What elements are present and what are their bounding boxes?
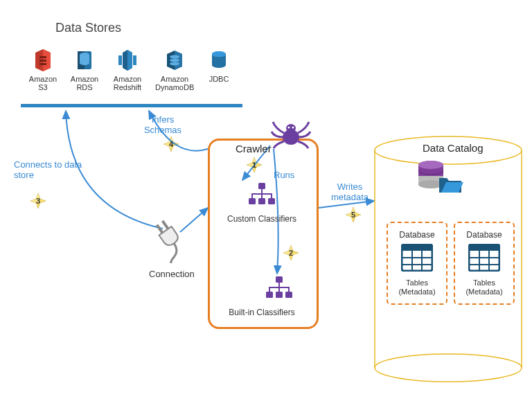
table-icon [468, 244, 500, 272]
custom-classifiers: Custom Classifiers [217, 182, 307, 224]
database-1-caption: Tables (Metadata) [395, 278, 439, 296]
svg-point-20 [292, 127, 294, 129]
table-icon [401, 244, 433, 272]
step-4-num: 4 [169, 140, 173, 148]
infers-label: Infers Schemas [135, 114, 190, 135]
crawler-title: Crawler [236, 143, 272, 154]
writes-label: Writes metadata [326, 181, 374, 202]
svg-point-28 [418, 161, 443, 169]
svg-point-19 [288, 127, 290, 129]
step-5-badge: 5 [346, 208, 360, 222]
database-1: Database Tables (Metadata) [387, 222, 447, 305]
plug-icon [151, 215, 193, 263]
step-5-num: 5 [351, 211, 355, 219]
database-2: Database Tables (Metadata) [454, 222, 515, 305]
svg-point-26 [375, 354, 522, 382]
spider-icon [270, 119, 312, 150]
svg-point-18 [286, 124, 296, 132]
svg-rect-37 [469, 245, 499, 251]
connection-label: Connection [149, 269, 195, 279]
folder-icon [438, 175, 464, 195]
step-3-badge: 3 [31, 194, 45, 208]
builtin-classifiers-label: Built-in Classifiers [217, 308, 307, 317]
connects-label: Connects to data store [14, 159, 90, 180]
custom-classifiers-label: Custom Classifiers [217, 214, 307, 224]
step-3-num: 3 [36, 197, 40, 205]
hierarchy-icon [248, 182, 276, 206]
database-1-title: Database [395, 230, 439, 240]
step-4-badge: 4 [164, 137, 178, 151]
database-2-title: Database [462, 230, 506, 240]
connection: Connection [149, 215, 195, 279]
database-2-caption: Tables (Metadata) [462, 278, 506, 296]
hierarchy-icon [265, 276, 293, 299]
builtin-classifiers: Built-in Classifiers [217, 276, 307, 317]
svg-rect-31 [402, 245, 432, 251]
data-catalog-title: Data Catalog [423, 142, 484, 154]
